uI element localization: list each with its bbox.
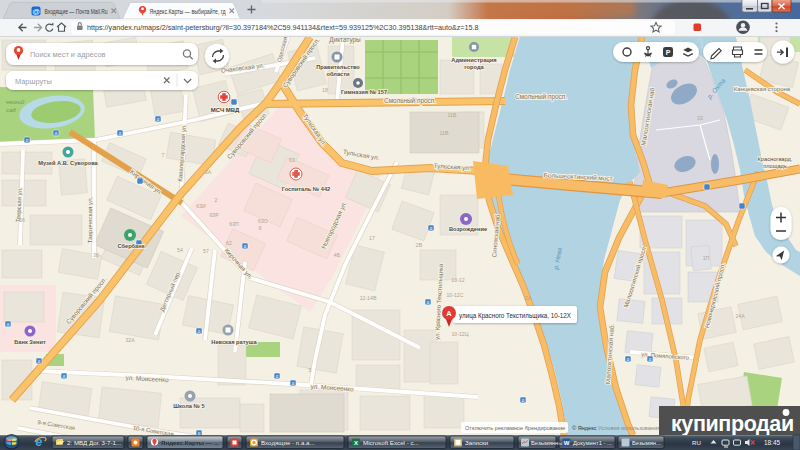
svg-text:Смольный просп.: Смольный просп.: [384, 97, 436, 105]
svg-text:Входящие - п.а.а...: Входящие - п.а.а...: [261, 439, 315, 446]
svg-text:W: W: [564, 440, 570, 446]
svg-text:12-14В: 12-14В: [360, 295, 377, 301]
svg-text:36: 36: [93, 252, 99, 258]
svg-text:4Б: 4Б: [334, 252, 341, 258]
svg-text:5: 5: [309, 367, 312, 373]
svg-text:сад: сад: [6, 107, 16, 113]
svg-text:Маршруты: Маршруты: [15, 77, 52, 86]
svg-text:18:45: 18:45: [764, 439, 780, 446]
svg-text:7: 7: [162, 152, 165, 158]
svg-text:Возрождение: Возрождение: [449, 226, 487, 232]
svg-text:10-12Ц: 10-12Ц: [451, 331, 468, 337]
svg-text:Банк Зенит: Банк Зенит: [14, 339, 46, 345]
svg-text:купипродаи: купипродаи: [671, 412, 794, 436]
svg-text:Смольный просп.: Смольный просп.: [515, 93, 567, 101]
svg-text:Диктатуры: Диктатуры: [329, 36, 361, 44]
svg-text:Д: Д: [63, 374, 66, 379]
svg-text:А: А: [446, 309, 452, 318]
svg-text:https://yandex.ru/maps/2/saint: https://yandex.ru/maps/2/saint-petersbur…: [87, 23, 478, 32]
svg-text:МСЧ МВД: МСЧ МВД: [211, 107, 240, 113]
svg-text:63Р: 63Р: [209, 212, 219, 218]
svg-text:Правительство: Правительство: [316, 64, 360, 70]
svg-text:Д: Д: [427, 300, 430, 305]
svg-text:54: 54: [177, 247, 183, 253]
svg-text:RU: RU: [692, 439, 701, 446]
svg-text:Д: Д: [627, 357, 630, 362]
svg-text:2А: 2А: [525, 295, 532, 301]
svg-text:области: области: [326, 71, 350, 77]
svg-text:ческий: ческий: [6, 99, 26, 105]
svg-text:63И: 63И: [196, 203, 206, 209]
svg-text:57: 57: [203, 248, 209, 254]
svg-text:e: e: [36, 435, 43, 449]
svg-text:10-12: 10-12: [451, 277, 464, 283]
svg-text:Яндекс.Карты — ...: Яндекс.Карты — ...: [161, 439, 219, 446]
svg-text:Д: Д: [26, 138, 29, 143]
svg-text:63: 63: [289, 157, 295, 163]
svg-text:2: МВД Дог. 3-7-1...: 2: МВД Дог. 3-7-1...: [67, 439, 121, 446]
svg-text:63О: 63О: [258, 218, 268, 224]
svg-text:Безымян...: Безымян...: [632, 440, 661, 446]
svg-text:города: города: [464, 64, 484, 70]
svg-text:10-12С: 10-12С: [446, 292, 463, 298]
svg-text:Д: Д: [244, 244, 247, 249]
svg-text:Красногвард.: Красногвард.: [758, 156, 793, 162]
svg-text:56: 56: [19, 217, 25, 223]
svg-text:Д: Д: [119, 131, 122, 136]
svg-text:Канцевская сторона: Канцевская сторона: [734, 86, 791, 92]
svg-text:2: 2: [215, 197, 218, 203]
svg-text:Д: Д: [522, 398, 525, 403]
svg-text:63П: 63П: [229, 221, 239, 227]
svg-text:11В: 11В: [440, 130, 449, 136]
svg-text:1П: 1П: [703, 255, 710, 261]
svg-text:Условия использования: Условия использования: [598, 425, 660, 431]
svg-text:18: 18: [322, 87, 328, 93]
svg-text:Д: Д: [7, 322, 10, 327]
svg-text:9: 9: [259, 225, 262, 231]
svg-text:33: 33: [697, 115, 703, 121]
svg-text:Яндекс.Карты — выбирайте, гд: Яндекс.Карты — выбирайте, гд: [150, 8, 226, 16]
svg-text:32А: 32А: [125, 337, 135, 343]
svg-text:Входящие — Почта Mail.Ru: Входящие — Почта Mail.Ru: [45, 8, 108, 16]
svg-text:2В: 2В: [416, 242, 423, 248]
svg-text:Д: Д: [430, 226, 433, 231]
svg-text:Д: Д: [55, 131, 58, 136]
svg-text:© Яндекс: © Яндекс: [572, 425, 597, 431]
svg-text:Невская ратуша: Невская ратуша: [211, 339, 257, 345]
svg-text:Д: Д: [292, 381, 295, 386]
svg-text:11Б: 11Б: [448, 112, 457, 118]
svg-text:@: @: [32, 7, 40, 16]
svg-text:Госпиталь № 442: Госпиталь № 442: [282, 186, 330, 192]
svg-text:Отключить рекламное брендирова: Отключить рекламное брендирование: [465, 425, 565, 431]
svg-text:площадь: площадь: [763, 163, 787, 169]
svg-text:Microsoft Excel - c...: Microsoft Excel - c...: [363, 439, 419, 446]
svg-text:Д: Д: [198, 329, 201, 334]
svg-text:Школа № 5: Школа № 5: [173, 403, 204, 409]
svg-text:Д: Д: [276, 374, 279, 379]
svg-text:3А: 3А: [205, 169, 212, 175]
svg-text:X: X: [354, 440, 358, 446]
svg-text:Документ1 - ...: Документ1 - ...: [573, 440, 612, 446]
svg-text:17: 17: [369, 235, 375, 241]
svg-text:Таврическая ул.: Таврическая ул.: [86, 196, 93, 243]
svg-text:24А: 24А: [735, 313, 745, 319]
svg-text:Администрация: Администрация: [451, 57, 496, 63]
svg-text:Поиск мест и адресов: Поиск мест и адресов: [30, 50, 106, 59]
svg-text:Д: Д: [649, 357, 652, 362]
svg-text:улица Красного Текстильщика, 1: улица Красного Текстильщика, 10-12Х: [459, 312, 572, 320]
svg-text:P: P: [666, 49, 671, 56]
svg-text:Д: Д: [157, 117, 160, 122]
svg-text:62: 62: [226, 240, 232, 246]
svg-text:Сбербанк: Сбербанк: [117, 243, 144, 249]
svg-text:Музей А.В. Суворова: Музей А.В. Суворова: [38, 160, 98, 166]
svg-text:Записки: Записки: [465, 439, 489, 446]
svg-text:Гимназия № 157: Гимназия № 157: [341, 89, 387, 95]
svg-text:Д: Д: [38, 359, 41, 364]
